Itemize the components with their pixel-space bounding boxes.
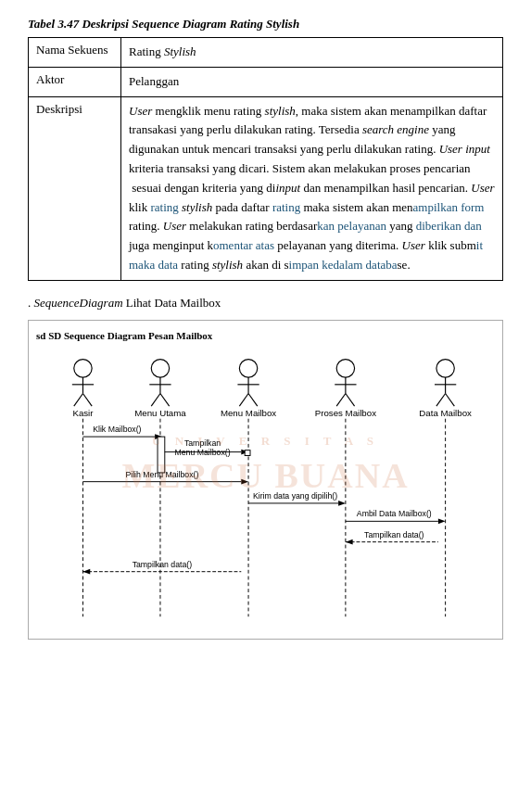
svg-text:Data Mailbox: Data Mailbox bbox=[419, 408, 472, 418]
table-row: Nama Sekuens Rating Stylish bbox=[29, 38, 503, 68]
svg-line-10 bbox=[160, 393, 170, 406]
table-row: Deskripsi User mengklik menu rating styl… bbox=[29, 96, 503, 280]
svg-text:Tampilkan: Tampilkan bbox=[184, 438, 221, 448]
svg-rect-38 bbox=[158, 437, 165, 473]
label-deskripsi: Deskripsi bbox=[29, 96, 121, 280]
svg-point-0 bbox=[74, 359, 92, 376]
svg-marker-57 bbox=[82, 569, 90, 575]
svg-marker-45 bbox=[241, 478, 248, 484]
svg-line-15 bbox=[239, 393, 248, 406]
value-nama-sekuens: Rating Stylish bbox=[121, 38, 503, 68]
svg-line-28 bbox=[446, 393, 455, 406]
value-deskripsi: User mengklik menu rating stylish, maka … bbox=[121, 96, 503, 280]
svg-marker-51 bbox=[438, 518, 446, 524]
caption-italic: Stylish bbox=[266, 17, 299, 31]
sequence-diagram-svg: Kasir Menu Utama Menu Mailbox Proses Mai… bbox=[36, 349, 495, 628]
svg-marker-54 bbox=[346, 539, 353, 545]
svg-line-16 bbox=[248, 393, 258, 406]
svg-text:Kasir: Kasir bbox=[72, 408, 94, 418]
diagram-title: sd SD Sequence Diagram Pesan Mailbox bbox=[36, 330, 495, 341]
label-aktor: Aktor bbox=[29, 67, 121, 96]
table-row: Aktor Pelanggan bbox=[29, 67, 503, 96]
section-label: . SequenceDiagram Lihat Data Mailbox bbox=[28, 296, 503, 311]
svg-text:Menu Utama: Menu Utama bbox=[134, 408, 186, 418]
svg-line-9 bbox=[151, 393, 160, 406]
svg-line-21 bbox=[336, 393, 346, 406]
svg-rect-43 bbox=[245, 450, 250, 455]
svg-line-3 bbox=[74, 393, 83, 406]
svg-line-22 bbox=[346, 393, 355, 406]
svg-line-4 bbox=[82, 393, 92, 406]
caption-text: Tabel 3.47 Deskripsi Sequence Diagram Ra… bbox=[28, 17, 266, 31]
label-nama-sekuens: Nama Sekuens bbox=[29, 38, 121, 68]
sequence-diagram-container: sd SD Sequence Diagram Pesan Mailbox U N… bbox=[28, 320, 503, 640]
svg-point-12 bbox=[239, 359, 257, 376]
svg-point-18 bbox=[336, 359, 354, 376]
table-caption: Tabel 3.47 Deskripsi Sequence Diagram Ra… bbox=[28, 17, 503, 32]
svg-text:Pilih Menu Mailbox(): Pilih Menu Mailbox() bbox=[125, 470, 198, 479]
svg-text:Menu Mailbox: Menu Mailbox bbox=[221, 408, 276, 418]
svg-point-6 bbox=[151, 359, 169, 376]
svg-line-27 bbox=[436, 393, 446, 406]
value-aktor: Pelanggan bbox=[121, 67, 503, 96]
svg-text:Tampilkan data(): Tampilkan data() bbox=[133, 560, 193, 569]
svg-text:Klik Mailbox(): Klik Mailbox() bbox=[93, 425, 141, 434]
svg-text:Kirim data yang dipilih(): Kirim data yang dipilih() bbox=[253, 491, 337, 501]
svg-text:Ambil Data Mailbox(): Ambil Data Mailbox() bbox=[357, 509, 432, 518]
svg-point-24 bbox=[436, 359, 454, 376]
svg-text:Tampilkan data(): Tampilkan data() bbox=[364, 530, 424, 539]
description-table: Nama Sekuens Rating Stylish Aktor Pelang… bbox=[28, 37, 503, 281]
svg-text:Proses Mailbox: Proses Mailbox bbox=[315, 408, 376, 418]
svg-text:Menu Mailbox(): Menu Mailbox() bbox=[175, 447, 231, 456]
svg-marker-48 bbox=[338, 501, 346, 506]
